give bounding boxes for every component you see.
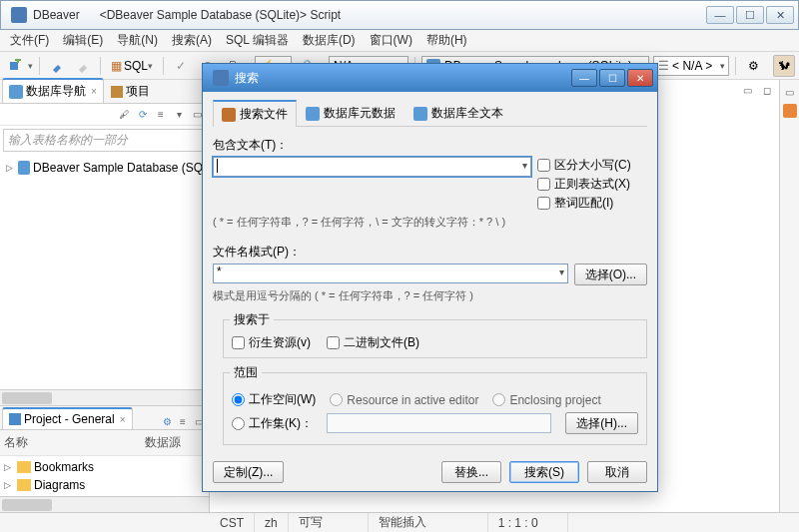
expander-icon[interactable]: ▷ xyxy=(4,480,14,490)
tab-projects[interactable]: 项目 xyxy=(104,79,157,103)
new-icon[interactable]: 🖋 xyxy=(117,107,133,123)
workspace-radio[interactable]: 工作空间(W) xyxy=(232,391,316,408)
col-datasource[interactable]: 数据源 xyxy=(145,434,205,451)
close-icon[interactable]: × xyxy=(91,86,97,97)
schema-combo[interactable]: ☰ < N/A > xyxy=(653,56,729,76)
search-button[interactable]: 搜索(S) xyxy=(509,461,579,483)
nav-filter-input[interactable]: 输入表格名称的一部分 xyxy=(3,129,206,152)
refresh-icon[interactable]: ⟳ xyxy=(135,107,151,123)
menu-file[interactable]: 文件(F) xyxy=(4,30,55,51)
disconnect-icon[interactable] xyxy=(72,55,94,77)
contains-input[interactable] xyxy=(213,157,531,177)
tab-db-metadata[interactable]: 数据库元数据 xyxy=(297,100,404,126)
tab-db-nav[interactable]: 数据库导航 × xyxy=(2,78,104,103)
choose-working-set-button[interactable]: 选择(H)... xyxy=(565,412,638,434)
maximize-button[interactable]: ☐ xyxy=(736,6,764,24)
app-icon xyxy=(11,7,27,23)
status-tz: CST xyxy=(210,513,255,532)
dialog-max-button[interactable]: ☐ xyxy=(599,69,625,87)
menu-edit[interactable]: 编辑(E) xyxy=(57,30,109,51)
scope-fieldset: 范围 工作空间(W) Resource in active editor Enc… xyxy=(223,364,647,445)
dialog-min-button[interactable]: — xyxy=(571,69,597,87)
right-trim: ▭ xyxy=(779,80,799,512)
pattern-hint: 模式是用逗号分隔的 ( * = 任何字符串，? = 任何字符 ) xyxy=(213,288,647,303)
menubar: 文件(F) 编辑(E) 导航(N) 搜索(A) SQL 编辑器 数据库(D) 窗… xyxy=(0,30,799,52)
whole-word-checkbox[interactable]: 整词匹配(I) xyxy=(537,195,647,212)
dialog-titlebar[interactable]: 搜索 — ☐ ✕ xyxy=(203,64,657,92)
doc-title: <DBeaver Sample Database (SQLite)> Scrip… xyxy=(100,8,341,22)
ed-max-icon[interactable]: ◻ xyxy=(759,82,775,98)
svg-rect-0 xyxy=(10,62,18,70)
choose-pattern-button[interactable]: 选择(O)... xyxy=(574,264,647,285)
dropdown-icon[interactable]: ▾ xyxy=(171,107,187,123)
nav-tabrow: 数据库导航 × 项目 xyxy=(0,80,209,104)
schema-icon: ☰ xyxy=(658,59,669,73)
dialog-close-button[interactable]: ✕ xyxy=(627,69,653,87)
tree-item[interactable]: ▷ DBeaver Sample Database (SQLite) xyxy=(4,159,205,177)
working-set-radio[interactable]: 工作集(K)： xyxy=(232,415,313,432)
folder-icon xyxy=(17,479,31,491)
filter-icon[interactable]: ≡ xyxy=(153,107,169,123)
ed-view-icon[interactable]: ▭ xyxy=(739,82,755,98)
folder-icon xyxy=(17,461,31,473)
settings-icon[interactable]: ⚙ xyxy=(742,55,764,77)
gear-icon[interactable]: ⚙ xyxy=(159,413,175,429)
menu-db[interactable]: 数据库(D) xyxy=(297,30,362,51)
sql-icon: ▦ xyxy=(111,59,122,73)
menu-window[interactable]: 窗口(W) xyxy=(364,30,418,51)
expander-icon[interactable]: ▷ xyxy=(4,462,14,472)
search-dialog: 搜索 — ☐ ✕ 搜索文件 数据库元数据 数据库全文本 包含文本(T)： xyxy=(202,63,658,492)
menu-nav[interactable]: 导航(N) xyxy=(111,30,164,51)
status-lang: zh xyxy=(255,513,289,532)
search-in-legend: 搜索于 xyxy=(230,311,274,328)
tree-item-bookmarks[interactable]: ▷ Bookmarks xyxy=(2,458,207,476)
proj-icon xyxy=(111,86,123,98)
minimized-view-icon[interactable] xyxy=(783,104,797,118)
cancel-button[interactable]: 取消 xyxy=(587,461,647,483)
customize-button[interactable]: 定制(Z)... xyxy=(213,461,284,483)
menu-search[interactable]: 搜索(A) xyxy=(166,30,218,51)
case-checkbox[interactable]: 区分大小写(C) xyxy=(537,157,647,174)
col-name[interactable]: 名称 xyxy=(4,434,145,451)
db-tree[interactable]: ▷ DBeaver Sample Database (SQLite) xyxy=(0,155,209,389)
tab-db-fulltext[interactable]: 数据库全文本 xyxy=(404,100,512,126)
binary-checkbox[interactable]: 二进制文件(B) xyxy=(327,334,419,351)
h-scrollbar[interactable] xyxy=(0,496,209,512)
regex-checkbox[interactable]: 正则表达式(X) xyxy=(537,176,647,193)
expander-icon[interactable]: ▷ xyxy=(6,163,15,173)
tab-project-general[interactable]: Project - General × xyxy=(2,407,133,429)
enclosing-radio[interactable]: Enclosing project xyxy=(492,393,600,407)
project-tree[interactable]: ▷ Bookmarks ▷ Diagrams xyxy=(0,456,209,496)
menu-sql[interactable]: SQL 编辑器 xyxy=(220,30,295,51)
menu-help[interactable]: 帮助(H) xyxy=(420,30,473,51)
sql-editor-button[interactable]: ▦ SQL ▾ xyxy=(107,55,157,77)
working-set-input[interactable] xyxy=(327,413,551,433)
status-insert: 智能插入 xyxy=(369,513,488,532)
tree-item-diagrams[interactable]: ▷ Diagrams xyxy=(2,476,207,494)
view-menu-icon[interactable]: ≡ xyxy=(175,413,191,429)
tab-search-file[interactable]: 搜索文件 xyxy=(213,100,297,127)
status-rw: 可写 xyxy=(289,513,369,532)
profile-icon[interactable]: 🐿 xyxy=(773,55,795,77)
metadata-icon xyxy=(306,107,320,121)
restore-icon[interactable]: ▭ xyxy=(782,84,798,100)
fulltext-icon xyxy=(413,107,427,121)
dropdown-icon[interactable]: ▾ xyxy=(28,61,33,71)
dialog-icon xyxy=(213,70,229,86)
pattern-input[interactable]: * xyxy=(213,264,568,283)
scope-legend: 范围 xyxy=(230,364,262,381)
commit-icon[interactable]: ✓ xyxy=(170,55,192,77)
derived-checkbox[interactable]: 衍生资源(v) xyxy=(232,334,311,351)
search-in-fieldset: 搜索于 衍生资源(v) 二进制文件(B) xyxy=(223,311,647,358)
replace-button[interactable]: 替换... xyxy=(441,461,501,483)
statusbar: CST zh 可写 智能插入 1 : 1 : 0 xyxy=(0,512,799,532)
minimize-button[interactable]: — xyxy=(706,6,734,24)
close-icon[interactable]: × xyxy=(120,414,126,425)
project-panel: Project - General × ⚙ ≡ ▭ 名称 数据源 ▷ Bookm… xyxy=(0,405,209,512)
close-button[interactable]: ✕ xyxy=(766,6,794,24)
resource-radio[interactable]: Resource in active editor xyxy=(330,393,478,407)
app-name: DBeaver xyxy=(33,8,80,22)
connect-icon[interactable] xyxy=(46,55,68,77)
h-scrollbar[interactable] xyxy=(0,389,209,405)
new-conn-icon[interactable] xyxy=(4,55,26,77)
